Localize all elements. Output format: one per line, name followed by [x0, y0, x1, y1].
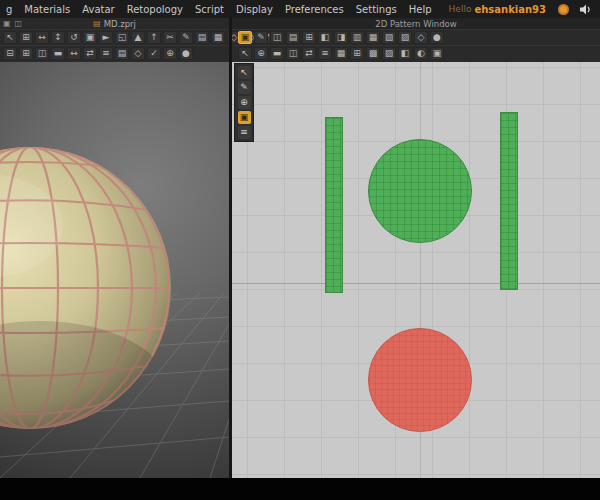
window-layout-icon-2[interactable]: ◫ [15, 19, 23, 28]
scissors-icon[interactable]: ✂ [163, 31, 177, 44]
pin-tack-icon[interactable]: ◇ [131, 47, 145, 60]
pattern-side-toolbar: ↖✎⊕▣≡ [234, 63, 254, 142]
pane-divider[interactable] [229, 18, 232, 478]
layers-icon[interactable]: ≡ [99, 47, 113, 60]
pin-icon[interactable]: ◱ [115, 31, 129, 44]
toolbar1-left: ↖⊞↔↕↺▣►◱▲↑✂✎▤▦◇◐▼ [2, 30, 274, 45]
swap-icon[interactable]: ⇄ [83, 47, 97, 60]
menu-settings[interactable]: Settings [350, 4, 403, 15]
pan-icon[interactable]: ↔ [35, 31, 49, 44]
reset-view-icon[interactable]: ▣ [83, 31, 97, 44]
greeting-label: Hello [449, 4, 472, 14]
show-texture-icon[interactable]: ▩ [366, 47, 380, 60]
select-move-icon[interactable]: ↖ [3, 31, 17, 44]
volume-icon[interactable] [579, 4, 592, 15]
menubar-items: gMaterialsAvatarRetopologyScriptDisplayP… [0, 4, 438, 15]
credits-icon[interactable] [558, 4, 569, 15]
window-layout-icons[interactable]: ▣ ◫ [3, 18, 22, 29]
pattern-strip-right[interactable] [500, 112, 518, 290]
menu-display[interactable]: Display [230, 4, 279, 15]
pen-icon[interactable]: ✎ [179, 31, 193, 44]
simulate-icon[interactable]: ► [99, 31, 113, 44]
grading-icon[interactable]: ▨ [398, 31, 412, 44]
toolbar2-left: ⊟⊞◫▬↔⇄≡▤◇✓⊕● [2, 46, 194, 61]
bottom-bar [0, 478, 600, 500]
add-pattern-icon[interactable]: ⊕ [254, 47, 268, 60]
pattern-window-title[interactable]: 2D Pattern Window [232, 18, 600, 29]
menu-materials[interactable]: Materials [18, 4, 76, 15]
circle-pattern-icon[interactable]: ◫ [286, 47, 300, 60]
pane-title-row: ▣ ◫ ▤ MD.zprj 2D Pattern Window [0, 18, 600, 29]
menu-avatar[interactable]: Avatar [76, 4, 120, 15]
half-icon[interactable]: ◧ [398, 47, 412, 60]
pattern-circle-top[interactable] [368, 139, 472, 243]
menu-preferences[interactable]: Preferences [279, 4, 350, 15]
list-icon[interactable]: ≡ [318, 47, 332, 60]
generate-pattern-icon[interactable]: ◧ [318, 31, 332, 44]
more-2d-icon[interactable]: ● [430, 31, 444, 44]
edit-pattern-icon[interactable]: ✎ [254, 31, 268, 44]
toolbar1-right: ▣✎◫▤⊞◧◨▥▦▧▨◇● [237, 30, 445, 45]
trace-icon[interactable]: ◨ [334, 31, 348, 44]
toolbar-row-1: ↖⊞↔↕↺▣►◱▲↑✂✎▤▦◇◐▼ ▣✎◫▤⊞◧◨▥▦▧▨◇● [0, 29, 600, 46]
transform-pattern-icon[interactable]: ▣ [238, 31, 252, 44]
toolbar2-right: ↖⊕▬◫⇄≡▦⊞▩▨◧◐▣ [237, 46, 445, 61]
rect-pattern-icon[interactable]: ▬ [270, 47, 284, 60]
menu-script[interactable]: Script [189, 4, 230, 15]
arrange-icon[interactable]: ↑ [147, 31, 161, 44]
free-sew-icon[interactable]: ▧ [382, 31, 396, 44]
cut-icon[interactable]: ▥ [350, 31, 364, 44]
viewport-3d[interactable] [0, 61, 229, 478]
sync-icon[interactable]: ⇄ [302, 47, 316, 60]
pattern-canvas-2d[interactable]: ↖✎⊕▣≡ [232, 61, 600, 478]
mirror-h-icon[interactable]: ↔ [67, 47, 81, 60]
pattern-outline-icon[interactable]: ▤ [195, 31, 209, 44]
pattern-strip-left[interactable] [325, 117, 343, 293]
check-icon[interactable]: ✓ [147, 47, 161, 60]
record-icon[interactable]: ● [179, 47, 193, 60]
side-edit-icon[interactable]: ✎ [238, 81, 251, 94]
snap-icon[interactable]: ▣ [430, 47, 444, 60]
menu-help[interactable]: Help [403, 4, 438, 15]
sew-icon[interactable]: ▦ [366, 31, 380, 44]
zoom-icon[interactable]: ↕ [51, 31, 65, 44]
viewport-3d-canvas [0, 61, 229, 478]
horizontal-axis-line [232, 283, 600, 284]
quilted-sphere-garment[interactable] [0, 147, 171, 461]
menu-retopology[interactable]: Retopology [121, 4, 189, 15]
pattern-window-title-label: 2D Pattern Window [375, 19, 456, 29]
window-split-icon[interactable]: ◫ [35, 47, 49, 60]
flatten-icon[interactable]: ▬ [51, 47, 65, 60]
show-grain-icon[interactable]: ▨ [382, 47, 396, 60]
add-point-icon[interactable]: ⊞ [302, 31, 316, 44]
show-grid-icon[interactable]: ⊞ [350, 47, 364, 60]
rotate-view-icon[interactable]: ↺ [67, 31, 81, 44]
project-file-icon: ▤ [93, 19, 101, 28]
pattern-circle-bottom[interactable] [368, 328, 472, 432]
collapse-icon[interactable]: ⊟ [3, 47, 17, 60]
side-list-icon[interactable]: ≡ [238, 126, 251, 139]
texture-icon[interactable]: ◇ [414, 31, 428, 44]
marvelous-designer-window: gMaterialsAvatarRetopologyScriptDisplayP… [0, 0, 600, 500]
side-texture-icon[interactable]: ▣ [238, 111, 251, 124]
select-2d-icon[interactable]: ↖ [238, 47, 252, 60]
toolbar-row-2: ⊟⊞◫▬↔⇄≡▤◇✓⊕● ↖⊕▬◫⇄≡▦⊞▩▨◧◐▣ [0, 45, 600, 62]
edit-curvature-icon[interactable]: ◫ [270, 31, 284, 44]
menu-partial[interactable]: g [0, 4, 18, 15]
fabric-icon[interactable]: ▤ [115, 47, 129, 60]
side-transform-icon[interactable]: ⊕ [238, 96, 251, 109]
mesh-icon[interactable]: ▦ [211, 31, 225, 44]
add-icon[interactable]: ⊕ [163, 47, 177, 60]
expand-icon[interactable]: ⊞ [19, 47, 33, 60]
username-label[interactable]: ehsankian93 [474, 4, 546, 15]
show-mesh-icon[interactable]: ▦ [334, 47, 348, 60]
window-layout-icon-1[interactable]: ▣ [3, 19, 11, 28]
side-select-icon[interactable]: ↖ [238, 66, 251, 79]
edit-curve-point-icon[interactable]: ▤ [286, 31, 300, 44]
project-tab-label: MD.zprj [104, 19, 136, 29]
project-tab[interactable]: ▤ MD.zprj [0, 18, 229, 29]
select-box-icon[interactable]: ⊞ [19, 31, 33, 44]
gizmo-icon[interactable]: ▲ [131, 31, 145, 44]
contrast-icon[interactable]: ◐ [414, 47, 428, 60]
menubar: gMaterialsAvatarRetopologyScriptDisplayP… [0, 0, 600, 18]
